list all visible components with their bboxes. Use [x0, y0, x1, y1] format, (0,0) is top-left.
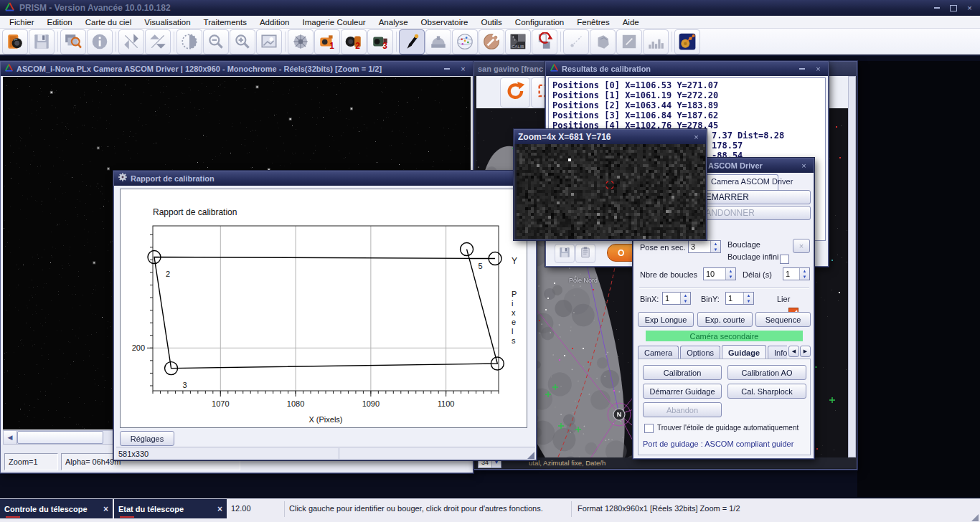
- menu-edition[interactable]: Edition: [41, 17, 79, 27]
- resize-grip[interactable]: [527, 452, 534, 459]
- spin-up-icon[interactable]: ▲: [711, 241, 720, 247]
- binx-spinner[interactable]: 1▲▼: [662, 292, 691, 305]
- long-exposure-button[interactable]: Exp Longue: [638, 312, 694, 327]
- flip-horizontal-button[interactable]: [118, 29, 144, 54]
- spinner-value[interactable]: 10: [704, 268, 725, 280]
- spin-up-icon[interactable]: ▲: [800, 268, 809, 274]
- tab-options[interactable]: Options: [680, 346, 720, 359]
- results-close-button[interactable]: ×: [812, 64, 824, 74]
- menu-fichier[interactable]: Fichier: [3, 17, 41, 27]
- cam3-icon: 3: [371, 32, 390, 51]
- sharplock-button[interactable]: Cal. Sharplock: [727, 384, 806, 399]
- menu-configuration[interactable]: Configuration: [509, 17, 570, 27]
- comet-button[interactable]: [563, 29, 589, 54]
- menu-analyse[interactable]: Analyse: [372, 17, 415, 27]
- menu-observatoire[interactable]: Observatoire: [415, 17, 475, 27]
- tabs-scroll-left-button[interactable]: ◀: [788, 346, 799, 357]
- spinner-value[interactable]: 1: [663, 293, 680, 304]
- menu-carte-du-ciel[interactable]: Carte du ciel: [79, 17, 138, 27]
- menu-addition[interactable]: Addition: [253, 17, 296, 27]
- start-guiding-button[interactable]: Démarrer Guidage: [643, 384, 722, 399]
- loop-checkbox[interactable]: [780, 255, 789, 264]
- zoom-close-button[interactable]: ×: [690, 132, 702, 142]
- graph-button[interactable]: [616, 29, 642, 54]
- tab-guidage[interactable]: Guidage: [722, 345, 766, 359]
- exposure-spinner[interactable]: 3▲▼: [688, 240, 721, 253]
- process-disk-button[interactable]: [288, 29, 314, 54]
- observatory-button[interactable]: [590, 29, 616, 54]
- save-image-button[interactable]: [29, 29, 55, 54]
- restore-button[interactable]: [947, 3, 959, 13]
- spin-up-icon[interactable]: ▲: [726, 268, 735, 274]
- sky-sphere-button[interactable]: [452, 29, 478, 54]
- spin-up-icon[interactable]: ▲: [744, 293, 753, 298]
- spin-down-icon[interactable]: ▼: [726, 274, 735, 280]
- close-button[interactable]: ×: [963, 3, 976, 13]
- image-window-minimize-button[interactable]: [440, 64, 453, 74]
- settings-button[interactable]: Réglages: [120, 431, 174, 446]
- telescope-icon: [402, 32, 421, 51]
- spin-down-icon[interactable]: ▼: [681, 298, 690, 304]
- tabs-scroll-right-button[interactable]: ▶: [800, 346, 811, 357]
- camera-1-button[interactable]: 1: [314, 29, 340, 54]
- telescope-button[interactable]: [399, 29, 425, 54]
- nloops-spinner[interactable]: 10▲▼: [703, 267, 736, 280]
- scrollbar-thumb[interactable]: [17, 431, 103, 444]
- calibration-button[interactable]: Calibration: [643, 365, 722, 380]
- camera-close-button[interactable]: ×: [798, 161, 810, 171]
- scroll-left-arrow-icon[interactable]: ◀: [4, 431, 17, 444]
- zoom-in-button[interactable]: [230, 29, 255, 54]
- flip-vertical-button[interactable]: [145, 29, 171, 54]
- spin-down-icon[interactable]: ▼: [711, 247, 720, 252]
- open-image-button[interactable]: [2, 29, 28, 54]
- stop-x-button[interactable]: ×: [793, 239, 810, 253]
- image-window-close-button[interactable]: ×: [457, 64, 469, 74]
- menu-outils[interactable]: Outils: [474, 17, 508, 27]
- taskbar-tab-controle-du-t-lescope[interactable]: Controle du télescope×: [0, 499, 113, 518]
- taskbar-resize-grip[interactable]: [971, 514, 979, 521]
- menu-fen-tres[interactable]: Fenêtres: [570, 17, 616, 27]
- results-copy-button[interactable]: [575, 244, 595, 263]
- biny-spinner[interactable]: 1▲▼: [725, 292, 754, 305]
- histogram-button[interactable]: [643, 29, 669, 54]
- taskbar-tab-close-icon[interactable]: ×: [103, 504, 108, 514]
- camera-3-button[interactable]: 3: [367, 29, 393, 54]
- short-exposure-button[interactable]: Exp. courte: [697, 312, 753, 327]
- contrast-button[interactable]: [176, 29, 202, 54]
- spinner-value[interactable]: 3: [689, 241, 710, 252]
- tools-button[interactable]: [479, 29, 504, 54]
- camera-2-button[interactable]: 2: [341, 29, 367, 54]
- sky-vertical-scrollbar[interactable]: [848, 76, 856, 457]
- menu-imagerie-couleur[interactable]: Imagerie Couleur: [296, 17, 372, 27]
- menu-traitements[interactable]: Traitements: [197, 17, 253, 27]
- delay-spinner[interactable]: 1▲▼: [783, 267, 810, 280]
- menu-visualisation[interactable]: Visualisation: [138, 17, 197, 27]
- abandon-button[interactable]: Abandon: [643, 402, 722, 417]
- capture-button[interactable]: [256, 29, 282, 54]
- rotate-stack-button[interactable]: [532, 29, 557, 54]
- taskbar-tab-close-icon[interactable]: ×: [217, 504, 222, 514]
- results-save-button[interactable]: [555, 244, 575, 263]
- browse-images-button[interactable]: [60, 29, 86, 54]
- zoom-out-button[interactable]: [203, 29, 229, 54]
- autostar-checkbox[interactable]: [644, 424, 654, 433]
- spinner-value[interactable]: 1: [726, 293, 743, 304]
- dome-button[interactable]: [425, 29, 451, 54]
- image-info-button[interactable]: [87, 29, 113, 54]
- spin-down-icon[interactable]: ▼: [800, 274, 809, 280]
- sky-refresh-button[interactable]: [500, 77, 530, 108]
- calibration-images-button[interactable]: CALIB: [505, 29, 531, 54]
- tab-camera[interactable]: Camera: [638, 346, 679, 359]
- tab-information[interactable]: Information: [768, 346, 787, 359]
- taskbar-tab-etat-du-t-lescope[interactable]: Etat du télescope×: [114, 499, 227, 518]
- spin-down-icon[interactable]: ▼: [744, 298, 753, 304]
- spin-up-icon[interactable]: ▲: [681, 293, 690, 298]
- results-minimize-button[interactable]: [796, 64, 808, 74]
- menu-aide[interactable]: Aide: [616, 17, 646, 27]
- calibration-ao-button[interactable]: Calibration AO: [727, 365, 806, 380]
- sequence-button[interactable]: Sequence: [755, 312, 811, 327]
- calibration-chart: Rapport de calibration107010801090110020…: [121, 189, 527, 427]
- automation-button[interactable]: [674, 29, 700, 54]
- minimize-button[interactable]: [930, 3, 943, 13]
- spinner-value[interactable]: 1: [783, 268, 799, 280]
